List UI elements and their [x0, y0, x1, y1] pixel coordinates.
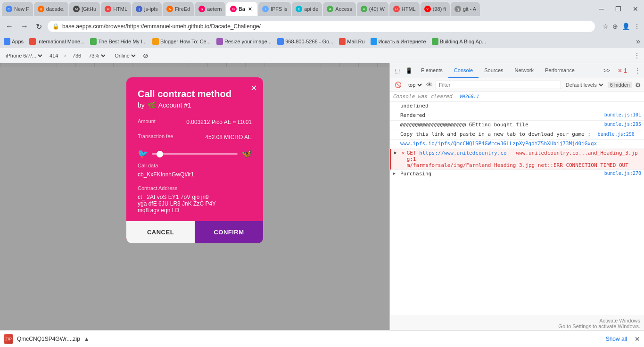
device-options-icon[interactable]: ⋮ — [634, 52, 640, 59]
console-gear-icon[interactable]: ⚙ — [635, 81, 641, 89]
tab-favicon: H — [393, 6, 400, 12]
bookmark-intl-money[interactable]: International Mone... — [29, 38, 84, 45]
console-line-gettingfile: @@@@@@@@@@@@@@@@@@@@@ GEtting bought fil… — [390, 121, 644, 130]
tab-network[interactable]: Network — [509, 63, 539, 78]
console-error-text: GET https://www.unitedcountry.co www.uni… — [407, 150, 641, 168]
confirm-button[interactable]: CONFIRM — [195, 221, 263, 243]
tab-js-ipfs[interactable]: j js-ipfs — [132, 2, 162, 16]
tab-elements[interactable]: Elements — [415, 63, 448, 78]
avatar-icon[interactable]: 👤 — [622, 23, 630, 30]
tab-base-active[interactable]: B Ba ✕ — [226, 2, 257, 16]
tab-api[interactable]: E api de — [292, 2, 322, 16]
console-source[interactable]: bundle.js:296 — [598, 132, 635, 137]
tab-sources[interactable]: Sources — [479, 63, 509, 78]
console-line-copy-link: Copy this link and paste in a new tab to… — [390, 130, 644, 140]
tab-aeternity[interactable]: a aetern — [195, 2, 225, 16]
devtools-device-icon[interactable]: 📱 — [403, 67, 415, 74]
modal-title: Call contract method — [138, 89, 252, 99]
maximize-button[interactable]: ❐ — [611, 3, 625, 15]
tab-favicon: g — [454, 6, 461, 12]
context-select[interactable]: top — [406, 82, 423, 88]
devtools-more-icon[interactable]: >> — [602, 66, 612, 75]
tab-favicon: E — [296, 6, 302, 12]
tab-fireditor[interactable]: A FireEd — [163, 2, 194, 16]
download-expand-icon[interactable]: ▲ — [84, 336, 90, 342]
bookmark-search[interactable]: Искать в Интернете — [371, 38, 426, 45]
console-eye-icon[interactable]: 👁 — [426, 81, 433, 89]
menu-icon[interactable]: ⋮ — [634, 23, 640, 30]
tab-favicon: 4 — [361, 6, 367, 12]
modal-fee-row: Transaction fee 452.08 MICRO AE — [138, 133, 252, 141]
tab-access[interactable]: A Access — [323, 2, 355, 16]
devtools-inspect-icon[interactable]: ⬚ — [392, 67, 403, 74]
show-all-button[interactable]: Show all — [606, 336, 627, 342]
bookmark-label: Искать в Интернете — [379, 39, 426, 44]
bookmark-mailru[interactable]: Mail.Ru — [339, 38, 364, 45]
tab-youtube[interactable]: Y (98) fi — [421, 2, 450, 16]
tab-favicon: A — [166, 6, 173, 12]
device-select[interactable]: iPhone 6/7/... — [4, 52, 44, 59]
console-output: Console was cleared VM368:1 undefined Re… — [390, 91, 644, 315]
modal-calldata-value: cb_KxFKfonhGwQt/ir1 — [138, 171, 252, 178]
console-cleared-line: Console was cleared VM368:1 — [390, 91, 644, 102]
tab-html[interactable]: H HTML — [101, 2, 131, 16]
no-throttle-icon[interactable]: ⊘ — [143, 52, 149, 59]
tab-dacade[interactable]: d dacade. — [34, 2, 68, 16]
modal-close-button[interactable]: ✕ — [250, 83, 257, 93]
zoom-icon[interactable]: ⊕ — [612, 23, 618, 30]
expand-arrow[interactable]: ▶ — [394, 150, 399, 155]
address-bar-icons: ☆ ⊕ 👤 ⋮ — [603, 23, 640, 30]
back-button[interactable]: ← — [4, 20, 15, 33]
url-text: base.aepps.com/browser/https://emmanuel-… — [62, 23, 261, 30]
tab-wp40[interactable]: 4 (40) W — [357, 2, 388, 16]
tab-label: api de — [304, 6, 318, 12]
devtools-settings-icon[interactable]: ⋮ — [633, 66, 642, 75]
download-close-icon[interactable]: ✕ — [635, 335, 640, 343]
tab-close-icon[interactable]: ✕ — [247, 6, 254, 12]
console-line-rendered: Rendered bundle.js:101 — [390, 111, 644, 121]
devtools-tabs: ⬚ 📱 Elements Console Sources Network Per… — [390, 63, 644, 78]
bookmark-blogger[interactable]: Blogger How To: Ce... — [152, 38, 211, 45]
forward-button[interactable]: → — [19, 20, 30, 33]
modal-amount-value: 0.003212 Pico AE ≈ £0.01 — [186, 119, 252, 125]
console-source[interactable]: bundle.js:101 — [604, 112, 641, 117]
tab-github[interactable]: M [GitHu — [69, 2, 100, 16]
tab-new-f[interactable]: G New F — [2, 2, 33, 16]
error-link[interactable]: https://www.unitedcountry.co — [419, 150, 506, 156]
tab-html2[interactable]: H HTML — [389, 2, 420, 16]
devtools-icons: >> ✕ 1 ⋮ — [602, 66, 642, 75]
bookmark-star-icon[interactable]: ☆ — [603, 23, 609, 30]
minimize-button[interactable]: ─ — [595, 3, 608, 15]
bookmark-besthide[interactable]: The Best Hide My I... — [90, 38, 147, 45]
log-levels-select[interactable]: Default levels — [564, 82, 605, 88]
zoom-select[interactable]: 73% — [87, 52, 107, 59]
tab-git[interactable]: g git - A — [451, 2, 480, 16]
close-button[interactable]: ✕ — [629, 3, 642, 15]
console-source[interactable]: bundle.js:270 — [604, 171, 641, 176]
modal-fee-label: Transaction fee — [138, 133, 173, 139]
bookmark-phone[interactable]: 968-800-5266 - Go... — [277, 38, 333, 45]
tab-console[interactable]: Console — [448, 63, 479, 78]
address-bar[interactable]: 🔒 base.aepps.com/browser/https://emmanue… — [48, 21, 595, 32]
tab-ipfs[interactable]: I IPFS is — [258, 2, 291, 16]
expand-arrow[interactable]: ▶ — [393, 171, 397, 176]
modal-calldata-field: Call data cb_KxFKfonhGwQt/ir1 — [138, 163, 252, 178]
bookmark-building[interactable]: Building A Blog Ap... — [432, 38, 486, 45]
tab-performance[interactable]: Performance — [539, 63, 580, 78]
tab-label: git - A — [463, 6, 476, 12]
reload-button[interactable]: ↻ — [34, 20, 44, 33]
bookmarks-bar: Apps International Mone... The Best Hide… — [0, 35, 644, 48]
cancel-button[interactable]: CANCEL — [126, 221, 195, 243]
modal-slider[interactable] — [152, 153, 238, 155]
bookmarks-more-icon[interactable]: » — [636, 37, 640, 46]
ipfs-link[interactable]: www.ipfs.io/ipfs/QmcCNQ1SP4GWrcw36LLzpXy… — [400, 140, 597, 147]
console-source[interactable]: bundle.js:295 — [604, 122, 641, 127]
bookmark-resize[interactable]: Resize your image... — [216, 38, 272, 45]
console-text: Copy this link and paste in a new tab to… — [400, 131, 641, 137]
console-clear-button[interactable]: 🚫 — [393, 81, 404, 89]
bookmark-apps[interactable]: Apps — [4, 38, 24, 45]
console-filter-input[interactable] — [436, 81, 561, 89]
bookmark-favicon — [216, 38, 223, 45]
modal-amount-row: Amount 0.003212 Pico AE ≈ £0.01 — [138, 118, 252, 126]
network-select[interactable]: Online — [113, 52, 137, 59]
